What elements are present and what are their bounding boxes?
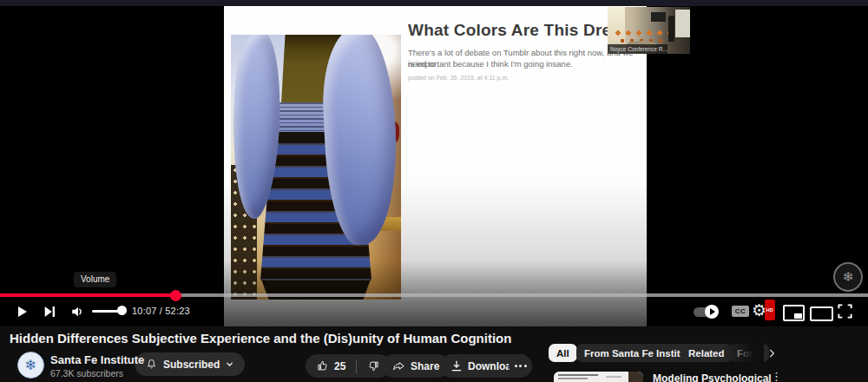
- like-button[interactable]: 25: [306, 354, 356, 378]
- more-actions-button[interactable]: [509, 354, 532, 378]
- volume-slider-handle[interactable]: [117, 306, 127, 315]
- webcam-overlay: Noyce Conference R...: [608, 7, 690, 54]
- projection-screen: [675, 10, 690, 37]
- subscriber-count: 67.3K subscribers: [50, 368, 123, 379]
- video-player[interactable]: What Colors Are This Dress? There's a lo…: [0, 0, 868, 326]
- fullscreen-button[interactable]: [837, 303, 853, 319]
- chips-fade-overlay: [722, 340, 764, 366]
- volume-icon: [70, 304, 86, 319]
- more-dot: [515, 365, 517, 367]
- share-icon: [392, 359, 405, 372]
- autoplay-knob-icon: [705, 305, 719, 319]
- thumbs-down-icon: [367, 359, 380, 372]
- fullscreen-icon: [837, 303, 853, 319]
- thumb-text-line: [558, 374, 598, 376]
- thumb-speaker-inset: [628, 372, 643, 382]
- chevron-down-icon: [225, 359, 234, 369]
- related-video-menu-button[interactable]: ⋮: [771, 370, 782, 382]
- speaker-silhouette: [668, 16, 674, 42]
- theater-mode-button[interactable]: [810, 306, 833, 321]
- more-dot: [519, 365, 522, 367]
- webcam-room-label: Noyce Conference R...: [608, 44, 667, 54]
- more-dot: [524, 365, 527, 367]
- related-video-thumbnail[interactable]: [554, 372, 643, 382]
- slide-body-line2: is important because I think I'm going i…: [408, 58, 641, 69]
- chip-all[interactable]: All: [549, 344, 577, 362]
- video-title: Hidden Differences Subjective Experience…: [10, 331, 548, 346]
- subscribed-button[interactable]: Subscribed: [135, 352, 245, 376]
- channel-avatar[interactable]: ❄: [17, 352, 44, 379]
- thumb-text-line: [606, 376, 621, 378]
- miniplayer-button[interactable]: [783, 305, 805, 321]
- volume-slider[interactable]: [92, 310, 120, 313]
- hd-badge: HD: [765, 300, 776, 320]
- play-button[interactable]: [14, 304, 30, 319]
- settings-button[interactable]: ⚙ HD: [752, 301, 766, 320]
- download-icon: [450, 359, 463, 372]
- mute-button[interactable]: [69, 304, 87, 319]
- channel-name[interactable]: Santa Fe Institute: [50, 353, 144, 366]
- next-button[interactable]: [42, 304, 57, 319]
- progress-played: [0, 293, 175, 297]
- time-display: 10:07 / 52:23: [132, 306, 190, 316]
- sfi-watermark-icon: ❄: [833, 262, 863, 292]
- volume-tooltip: Volume: [74, 272, 116, 287]
- chevron-right-icon: [766, 347, 778, 359]
- subscribed-label: Subscribed: [163, 359, 220, 371]
- related-video-title[interactable]: Modeling Psychological: [653, 372, 772, 382]
- video-top-strip: [0, 0, 868, 6]
- bell-icon: [145, 358, 158, 371]
- room-tv: [651, 12, 666, 22]
- thumb-text-line: [558, 378, 588, 379]
- thumbs-up-icon: [316, 359, 329, 372]
- snowflake-glyph: ❄: [843, 269, 854, 285]
- captions-button[interactable]: CC: [732, 306, 749, 317]
- like-dislike-bar: 25: [306, 354, 391, 378]
- share-label: Share: [411, 360, 439, 372]
- autoplay-toggle[interactable]: [694, 307, 717, 317]
- youtube-watch-page: What Colors Are This Dress? There's a lo…: [0, 0, 868, 382]
- next-icon: [43, 305, 56, 319]
- play-icon: [15, 305, 29, 319]
- miniplayer-icon: [794, 313, 802, 319]
- progress-scrubber[interactable]: [170, 290, 181, 301]
- like-count: 25: [334, 360, 345, 372]
- chips-scroll-right-button[interactable]: [764, 346, 779, 361]
- sfi-logo-icon: ❄: [25, 357, 36, 373]
- slide-posted-date: posted on Feb. 26, 2015, at 4:11 p.m.: [408, 75, 509, 81]
- progress-bar[interactable]: [0, 293, 868, 297]
